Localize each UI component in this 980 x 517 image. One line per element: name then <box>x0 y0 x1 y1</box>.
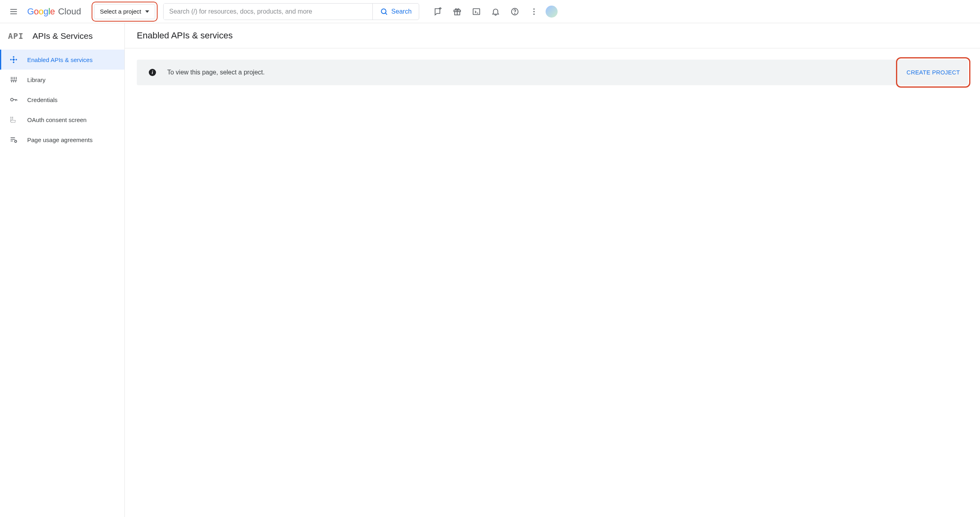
sidebar-item-library[interactable]: Library <box>0 70 124 90</box>
svg-point-30 <box>11 98 14 101</box>
project-selector[interactable]: Select a project <box>94 4 155 19</box>
search-input[interactable] <box>164 4 372 20</box>
svg-point-13 <box>514 13 515 14</box>
svg-line-4 <box>386 13 387 14</box>
more-vert-icon <box>530 7 538 16</box>
svg-rect-18 <box>13 61 15 63</box>
search-icon <box>380 8 388 16</box>
notifications-button[interactable] <box>486 2 505 21</box>
bell-icon <box>491 7 500 16</box>
svg-rect-10 <box>473 8 480 14</box>
svg-point-15 <box>533 11 534 12</box>
select-project-banner: i To view this page, select a project. C… <box>137 60 968 85</box>
search-button-label: Search <box>391 8 412 15</box>
gift-icon <box>453 7 462 16</box>
sidebar: API APIs & Services Enabled APIs & servi… <box>0 23 125 517</box>
chat-new-icon <box>434 7 442 16</box>
library-icon <box>10 76 18 84</box>
svg-point-35 <box>12 117 13 118</box>
cloud-shell-button[interactable] <box>467 2 486 21</box>
consent-screen-icon <box>10 116 18 124</box>
diamond-icon <box>10 56 18 64</box>
sidebar-item-enabled-apis[interactable]: Enabled APIs & services <box>0 50 124 70</box>
svg-point-36 <box>10 118 11 119</box>
search-group: Search <box>163 3 419 20</box>
banner-message: To view this page, select a project. <box>167 69 265 76</box>
sidebar-item-label: OAuth consent screen <box>27 116 86 123</box>
topbar-icons <box>429 2 558 21</box>
body: API APIs & Services Enabled APIs & servi… <box>0 23 980 517</box>
project-selector-highlight: Select a project <box>92 2 158 22</box>
svg-point-16 <box>533 13 534 14</box>
chevron-down-icon <box>145 10 149 13</box>
hamburger-icon <box>9 7 18 16</box>
svg-rect-19 <box>10 59 12 61</box>
sidebar-nav: Enabled APIs & services Library Credenti… <box>0 47 124 150</box>
brand-suffix: Cloud <box>58 6 81 17</box>
sidebar-item-label: Enabled APIs & services <box>27 56 92 63</box>
sidebar-item-page-usage-agreements[interactable]: Page usage agreements <box>0 130 124 150</box>
project-selector-label: Select a project <box>100 8 141 15</box>
key-icon <box>10 96 18 104</box>
create-project-button[interactable]: CREATE PROJECT <box>902 64 964 80</box>
top-bar: Google Cloud Select a project Search <box>0 0 980 23</box>
main: Enabled APIs & services i To view this p… <box>125 23 980 517</box>
sidebar-item-label: Credentials <box>27 96 58 103</box>
terminal-icon <box>472 7 481 16</box>
create-project-highlight: CREATE PROJECT <box>902 64 964 80</box>
svg-point-42 <box>15 140 17 142</box>
svg-point-14 <box>533 8 534 9</box>
sidebar-header: API APIs & Services <box>0 23 124 47</box>
list-gear-icon <box>10 136 18 144</box>
svg-rect-17 <box>13 56 15 58</box>
brand-word: Google <box>27 6 55 17</box>
help-icon <box>510 7 519 16</box>
sidebar-item-label: Library <box>27 76 46 83</box>
svg-rect-38 <box>11 120 16 122</box>
svg-point-3 <box>382 9 386 14</box>
svg-rect-20 <box>15 59 17 61</box>
free-trial-button[interactable] <box>448 2 466 21</box>
page-title: Enabled APIs & services <box>137 30 968 41</box>
brand-logo[interactable]: Google Cloud <box>27 6 81 17</box>
svg-point-34 <box>10 117 11 118</box>
sidebar-title: APIs & Services <box>32 31 93 41</box>
sidebar-item-credentials[interactable]: Credentials <box>0 90 124 110</box>
help-button[interactable] <box>506 2 524 21</box>
svg-point-37 <box>12 118 13 119</box>
account-avatar[interactable] <box>546 6 558 18</box>
svg-rect-21 <box>12 58 15 61</box>
more-button[interactable] <box>525 2 543 21</box>
search-button[interactable]: Search <box>372 4 419 20</box>
sidebar-item-label: Page usage agreements <box>27 136 92 143</box>
sidebar-item-oauth-consent[interactable]: OAuth consent screen <box>0 110 124 130</box>
nav-menu-button[interactable] <box>5 3 22 20</box>
api-badge: API <box>8 31 24 41</box>
main-body: i To view this page, select a project. C… <box>125 48 980 96</box>
main-header: Enabled APIs & services <box>125 23 980 48</box>
assistant-button[interactable] <box>429 2 447 21</box>
info-icon: i <box>149 69 156 76</box>
